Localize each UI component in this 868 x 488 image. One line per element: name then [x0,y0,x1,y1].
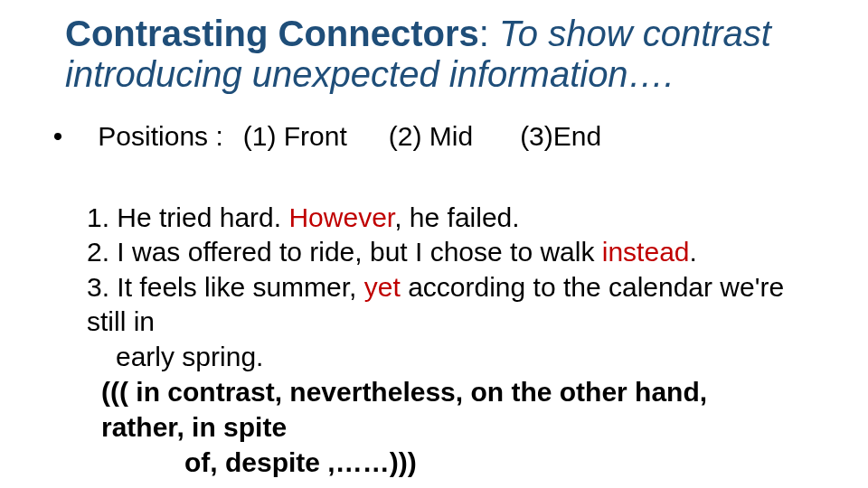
example-3: 3. It feels like summer, yet according t… [87,270,814,340]
example-1: 1. He tried hard. However, he failed. [87,201,814,235]
position-1: (1) Front [243,121,347,151]
synonyms-line1: ((( in contrast, nevertheless, on the ot… [101,377,707,442]
ex2-post: . [690,237,697,267]
title-colon: : [479,14,499,53]
positions-label: Positions : [98,121,222,151]
ex1-connector: However [288,202,394,232]
ex2-connector: instead [602,237,690,267]
ex1-post: , he failed. [394,202,519,232]
ex3-connector: yet [364,272,408,302]
title-main: Contrasting Connectors [65,14,479,53]
example-2: 2. I was offered to ride, but I chose to… [87,235,814,269]
ex2-pre: 2. I was offered to ride, but I chose to… [87,237,602,267]
position-2: (2) Mid [389,121,473,151]
synonyms-block: ((( in contrast, nevertheless, on the ot… [101,374,778,480]
bullet-icon: • [45,121,71,152]
ex1-pre: 1. He tried hard. [87,202,288,232]
example-3-cont: early spring. [87,340,814,374]
examples-block: 1. He tried hard. However, he failed. 2.… [87,201,814,374]
positions-row: • Positions :(1) Front(2) Mid(3)End [45,121,601,152]
ex3-pre: 3. It feels like summer, [87,272,364,302]
title-sub: To show contrast [499,14,771,53]
slide-title: Contrasting Connectors: To show contrast [65,13,771,54]
position-3: (3)End [520,121,601,151]
synonyms-line2: of, despite ,……))) [101,445,778,480]
slide: Contrasting Connectors: To show contrast… [0,0,868,488]
slide-subtitle: introducing unexpected information…. [65,54,675,95]
